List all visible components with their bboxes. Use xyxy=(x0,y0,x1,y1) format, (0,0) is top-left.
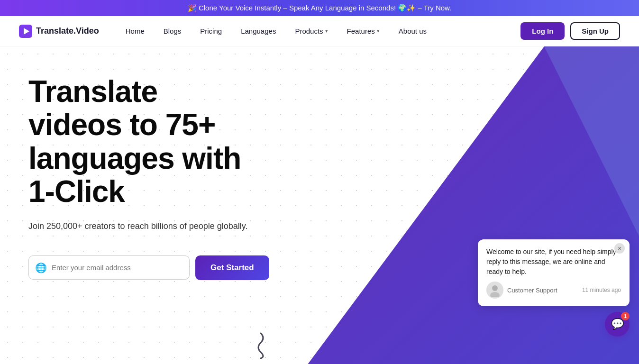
nav-item-blogs[interactable]: Blogs xyxy=(156,23,189,39)
hero-content: Translate videos to 75+ languages with 1… xyxy=(0,46,270,364)
svg-point-5 xyxy=(490,292,500,297)
chat-message: Welcome to our site, if you need help si… xyxy=(486,247,621,277)
hero-title: Translate videos to 75+ languages with 1… xyxy=(28,75,251,209)
chat-agent-name: Customer Support xyxy=(507,287,557,294)
nav-item-about[interactable]: About us xyxy=(391,23,434,39)
navbar: Translate.Video Home Blogs Pricing Langu… xyxy=(0,16,639,46)
chat-agent-info: Customer Support xyxy=(486,282,557,299)
nav-item-pricing[interactable]: Pricing xyxy=(192,23,229,39)
get-started-button[interactable]: Get Started xyxy=(195,255,269,280)
chat-footer: Customer Support 11 minutes ago xyxy=(486,282,621,299)
login-button[interactable]: Log In xyxy=(520,22,565,40)
chat-widget: × Welcome to our site, if you need help … xyxy=(478,239,630,337)
nav-links: Home Blogs Pricing Languages Products ▾ … xyxy=(118,23,521,39)
signup-button[interactable]: Sign Up xyxy=(570,22,620,40)
logo-icon xyxy=(19,25,32,38)
hero-section: Translate videos to 75+ languages with 1… xyxy=(0,46,639,364)
features-chevron-icon: ▾ xyxy=(377,28,380,34)
nav-item-products[interactable]: Products ▾ xyxy=(287,23,335,39)
chat-avatar xyxy=(486,282,503,299)
logo-text: Translate.Video xyxy=(36,26,99,36)
chat-fab-button[interactable]: 💬 1 xyxy=(605,312,630,337)
email-form: 🌐 Get Started xyxy=(28,255,251,280)
hero-subtitle: Join 250,000+ creators to reach billions… xyxy=(28,220,251,233)
products-chevron-icon: ▾ xyxy=(325,28,328,34)
chat-close-button[interactable]: × xyxy=(614,243,625,254)
nav-item-languages[interactable]: Languages xyxy=(233,23,283,39)
globe-icon: 🌐 xyxy=(35,263,47,273)
email-input-wrapper: 🌐 xyxy=(28,255,190,280)
chat-bubble: × Welcome to our site, if you need help … xyxy=(478,239,630,306)
svg-point-4 xyxy=(492,285,498,291)
logo-link[interactable]: Translate.Video xyxy=(19,25,99,38)
email-input[interactable] xyxy=(28,255,190,280)
chat-notification-badge: 1 xyxy=(621,312,630,320)
nav-buttons: Log In Sign Up xyxy=(520,22,620,40)
promo-banner[interactable]: 🎉 Clone Your Voice Instantly – Speak Any… xyxy=(0,0,639,16)
banner-text: 🎉 Clone Your Voice Instantly – Speak Any… xyxy=(188,4,452,12)
chat-icon: 💬 xyxy=(611,318,624,330)
nav-item-features[interactable]: Features ▾ xyxy=(339,23,387,39)
nav-item-home[interactable]: Home xyxy=(118,23,152,39)
decorative-squiggle xyxy=(251,331,270,364)
chat-timestamp: 11 minutes ago xyxy=(582,287,621,293)
